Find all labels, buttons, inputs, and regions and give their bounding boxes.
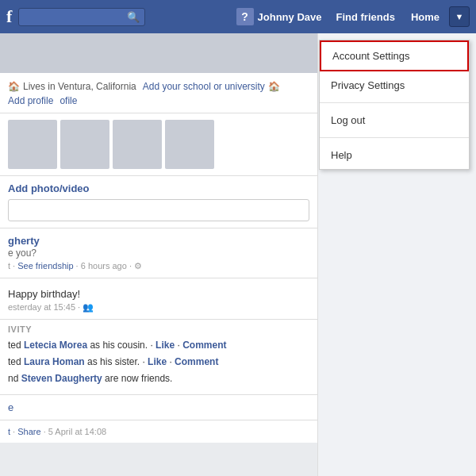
- feed-item-2: Happy birthday! esterday at 15:45 · 👥: [0, 278, 317, 320]
- navbar-right: ? Johnny Dave Find friends Home ▼ Accoun…: [232, 5, 470, 29]
- activity-line-3: nd Steven Daugherty are now friends.: [8, 372, 309, 386]
- house-icon-2: 🏠: [268, 81, 280, 92]
- user-nav-item[interactable]: ? Johnny Dave: [232, 5, 327, 29]
- profile-location: Lives in Ventura, California: [23, 81, 136, 92]
- gear-icon[interactable]: ⚙: [134, 261, 142, 271]
- user-name: Johnny Dave: [258, 11, 322, 23]
- activity-line-1: ted Letecia Morea as his cousin. · Like …: [8, 339, 309, 352]
- people-icon: 👥: [83, 302, 94, 312]
- search-icon[interactable]: 🔍: [127, 11, 140, 23]
- search-input[interactable]: [24, 11, 127, 22]
- home-link[interactable]: Home: [405, 8, 446, 26]
- add-profile-link[interactable]: Add profile: [8, 95, 53, 106]
- like-link-1[interactable]: Like: [155, 340, 175, 351]
- photo-strip: [0, 113, 317, 176]
- bottom-post: t · Share · 5 April at 14:08: [0, 420, 317, 443]
- cover-photo-area: [0, 33, 317, 73]
- profile-link[interactable]: ofile: [60, 95, 77, 106]
- feed-item-1: gherty e you? t · See friendship · 6 hou…: [0, 228, 317, 278]
- laura-homan-link[interactable]: Laura Homan: [24, 356, 85, 367]
- account-dropdown-menu: Account Settings Privacy Settings Log ou…: [319, 40, 470, 170]
- search-bar[interactable]: 🔍: [18, 8, 145, 26]
- account-dropdown-button[interactable]: ▼: [449, 6, 470, 27]
- add-school-link[interactable]: Add your school or university: [143, 81, 265, 92]
- dropdown-item-help[interactable]: Help: [320, 141, 469, 169]
- feed-body-2: Happy birthday!: [8, 288, 309, 300]
- find-friends-link[interactable]: Find friends: [329, 8, 401, 26]
- avatar-icon: ?: [241, 10, 248, 23]
- photo-thumb-1[interactable]: [8, 120, 57, 169]
- left-panel: 🏠 Lives in Ventura, California Add your …: [0, 33, 317, 476]
- add-photo-bar: Add photo/video: [0, 176, 317, 228]
- activity-header: IVITY: [8, 324, 309, 334]
- feed-meta-2: esterday at 15:45 · 👥: [8, 302, 309, 313]
- see-friendship-link[interactable]: See friendship: [17, 261, 73, 271]
- feed-question-1: e you?: [8, 248, 309, 259]
- steven-daugherty-link[interactable]: Steven Daugherty: [21, 373, 102, 384]
- comment-link-2[interactable]: Comment: [175, 356, 218, 367]
- facebook-logo: f: [6, 6, 12, 27]
- post-date: 5 April at 14:08: [48, 427, 106, 436]
- navbar-left: f 🔍: [6, 6, 232, 27]
- avatar: ?: [236, 8, 254, 25]
- feed-meta-1: t · See friendship · 6 hours ago · ⚙: [8, 261, 309, 271]
- see-more-link[interactable]: e: [8, 401, 13, 413]
- activity-section: IVITY ted Letecia Morea as his cousin. ·…: [0, 320, 317, 395]
- dropdown-item-account-settings[interactable]: Account Settings: [320, 40, 469, 71]
- photo-thumb-3[interactable]: [113, 120, 162, 169]
- photo-thumb-2[interactable]: [60, 120, 109, 169]
- dropdown-divider: [320, 102, 469, 103]
- post-input[interactable]: [8, 199, 309, 221]
- dropdown-item-log-out[interactable]: Log out: [320, 106, 469, 134]
- chevron-down-icon: ▼: [455, 12, 464, 21]
- home-icon: 🏠: [8, 81, 20, 92]
- activity-line-2: ted Laura Homan as his sister. · Like · …: [8, 355, 309, 369]
- dropdown-divider-2: [320, 137, 469, 138]
- photo-thumb-4[interactable]: [165, 120, 214, 169]
- share-link-bottom[interactable]: Share: [17, 427, 40, 436]
- see-more-bar: e: [0, 395, 317, 420]
- profile-info: 🏠 Lives in Ventura, California Add your …: [0, 73, 317, 113]
- bottom-post-meta: t · Share · 5 April at 14:08: [8, 427, 309, 436]
- comment-link-1[interactable]: Comment: [182, 340, 226, 351]
- dropdown-item-privacy-settings[interactable]: Privacy Settings: [320, 71, 469, 99]
- letecia-morea-link[interactable]: Letecia Morea: [24, 340, 87, 351]
- like-link-2[interactable]: Like: [148, 356, 167, 367]
- navbar: f 🔍 ? Johnny Dave Find friends Home ▼ Ac…: [0, 0, 476, 33]
- profile-details: 🏠 Lives in Ventura, California Add your …: [8, 81, 309, 106]
- like-link-bottom[interactable]: t: [8, 427, 10, 436]
- add-photo-label[interactable]: Add photo/video: [8, 182, 309, 194]
- feed-friend-name-1[interactable]: gherty: [8, 235, 40, 247]
